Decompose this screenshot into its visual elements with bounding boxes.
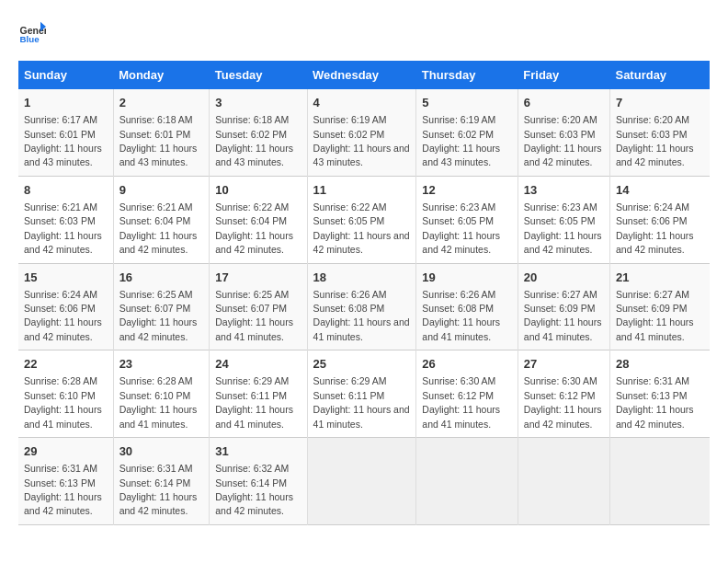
calendar-cell: 18Sunrise: 6:26 AMSunset: 6:08 PMDayligh… [307,263,416,350]
sunrise-info: Sunrise: 6:20 AM [524,114,597,125]
calendar-cell: 1Sunrise: 6:17 AMSunset: 6:01 PMDaylight… [18,89,113,176]
sunset-info: Sunset: 6:09 PM [616,303,688,314]
calendar-week-row: 29Sunrise: 6:31 AMSunset: 6:13 PMDayligh… [18,438,710,525]
sunset-info: Sunset: 6:12 PM [524,390,596,401]
daylight-info: Daylight: 11 hours and 41 minutes. [524,316,602,341]
sunset-info: Sunset: 6:05 PM [524,215,596,226]
calendar-cell: 7Sunrise: 6:20 AMSunset: 6:03 PMDaylight… [609,89,710,176]
sunrise-info: Sunrise: 6:17 AM [24,114,97,125]
day-number: 2 [119,95,204,111]
sunrise-info: Sunrise: 6:24 AM [616,201,689,213]
daylight-info: Daylight: 11 hours and 43 minutes. [422,143,500,167]
column-header-thursday: Thursday [416,61,518,89]
calendar-cell: 15Sunrise: 6:24 AMSunset: 6:06 PMDayligh… [18,263,113,350]
sunrise-info: Sunrise: 6:29 AM [313,375,387,386]
calendar-cell: 3Sunrise: 6:18 AMSunset: 6:02 PMDaylight… [210,89,307,176]
sunset-info: Sunset: 6:01 PM [24,129,96,140]
calendar-cell [307,438,416,525]
calendar-cell: 24Sunrise: 6:29 AMSunset: 6:11 PMDayligh… [210,350,307,438]
sunrise-info: Sunrise: 6:30 AM [524,375,597,386]
sunset-info: Sunset: 6:04 PM [119,215,191,226]
day-number: 26 [422,356,511,373]
daylight-info: Daylight: 11 hours and 42 minutes. [616,404,694,429]
sunrise-info: Sunrise: 6:21 AM [119,201,193,213]
calendar-cell [518,438,609,525]
calendar-cell: 23Sunrise: 6:28 AMSunset: 6:10 PMDayligh… [113,350,210,438]
daylight-info: Daylight: 11 hours and 41 minutes. [215,404,293,429]
sunrise-info: Sunrise: 6:25 AM [215,289,289,300]
sunset-info: Sunset: 6:03 PM [24,215,96,226]
sunset-info: Sunset: 6:05 PM [422,215,494,226]
calendar-cell: 25Sunrise: 6:29 AMSunset: 6:11 PMDayligh… [307,350,416,438]
column-header-tuesday: Tuesday [210,61,307,89]
day-number: 12 [422,182,511,199]
daylight-info: Daylight: 11 hours and 42 minutes. [119,230,198,255]
sunset-info: Sunset: 6:06 PM [24,303,96,314]
logo-icon: General Blue [18,18,46,46]
sunset-info: Sunset: 6:11 PM [313,390,385,401]
daylight-info: Daylight: 11 hours and 42 minutes. [313,230,410,255]
daylight-info: Daylight: 11 hours and 42 minutes. [524,404,602,429]
sunset-info: Sunset: 6:14 PM [119,477,191,488]
calendar-week-row: 22Sunrise: 6:28 AMSunset: 6:10 PMDayligh… [18,350,710,438]
sunset-info: Sunset: 6:05 PM [313,215,385,226]
sunset-info: Sunset: 6:09 PM [524,303,596,314]
sunrise-info: Sunrise: 6:31 AM [24,463,97,474]
sunrise-info: Sunrise: 6:25 AM [119,289,193,300]
sunset-info: Sunset: 6:02 PM [313,129,385,140]
day-number: 23 [119,356,204,373]
sunrise-info: Sunrise: 6:19 AM [313,114,387,125]
column-header-monday: Monday [113,61,210,89]
calendar-week-row: 8Sunrise: 6:21 AMSunset: 6:03 PMDaylight… [18,176,710,263]
sunrise-info: Sunrise: 6:26 AM [313,289,387,300]
calendar-week-row: 1Sunrise: 6:17 AMSunset: 6:01 PMDaylight… [18,89,710,176]
calendar-week-row: 15Sunrise: 6:24 AMSunset: 6:06 PMDayligh… [18,263,710,350]
sunset-info: Sunset: 6:02 PM [215,129,287,140]
sunset-info: Sunset: 6:04 PM [215,215,287,226]
daylight-info: Daylight: 11 hours and 41 minutes. [24,404,102,429]
daylight-info: Daylight: 11 hours and 42 minutes. [616,230,694,255]
sunset-info: Sunset: 6:03 PM [616,129,688,140]
calendar-cell: 10Sunrise: 6:22 AMSunset: 6:04 PMDayligh… [210,176,307,263]
sunrise-info: Sunrise: 6:26 AM [422,289,495,300]
calendar-cell: 9Sunrise: 6:21 AMSunset: 6:04 PMDaylight… [113,176,210,263]
daylight-info: Daylight: 11 hours and 41 minutes. [313,316,410,341]
day-number: 31 [215,443,301,460]
sunrise-info: Sunrise: 6:30 AM [422,375,495,386]
day-number: 9 [119,182,204,199]
day-number: 24 [215,356,301,373]
sunrise-info: Sunrise: 6:27 AM [524,289,597,300]
calendar-cell: 28Sunrise: 6:31 AMSunset: 6:13 PMDayligh… [609,350,710,438]
sunrise-info: Sunrise: 6:28 AM [119,375,193,386]
day-number: 5 [422,95,511,111]
sunset-info: Sunset: 6:10 PM [24,390,96,401]
sunset-info: Sunset: 6:13 PM [616,390,688,401]
day-number: 21 [616,270,704,286]
sunset-info: Sunset: 6:13 PM [24,477,96,488]
calendar-cell [416,438,518,525]
daylight-info: Daylight: 11 hours and 41 minutes. [215,316,293,341]
day-number: 16 [119,270,204,286]
calendar-cell: 17Sunrise: 6:25 AMSunset: 6:07 PMDayligh… [210,263,307,350]
calendar-cell: 6Sunrise: 6:20 AMSunset: 6:03 PMDaylight… [518,89,609,176]
day-number: 28 [616,356,704,373]
day-number: 22 [24,356,108,373]
day-number: 27 [524,356,604,373]
day-number: 29 [24,443,108,460]
sunrise-info: Sunrise: 6:28 AM [24,375,97,386]
calendar-cell [609,438,710,525]
calendar-cell: 21Sunrise: 6:27 AMSunset: 6:09 PMDayligh… [609,263,710,350]
calendar-cell: 14Sunrise: 6:24 AMSunset: 6:06 PMDayligh… [609,176,710,263]
sunrise-info: Sunrise: 6:22 AM [215,201,289,213]
calendar-cell: 12Sunrise: 6:23 AMSunset: 6:05 PMDayligh… [416,176,518,263]
calendar-cell: 29Sunrise: 6:31 AMSunset: 6:13 PMDayligh… [18,438,113,525]
day-number: 11 [313,182,411,199]
sunset-info: Sunset: 6:07 PM [215,303,287,314]
daylight-info: Daylight: 11 hours and 41 minutes. [422,316,500,341]
daylight-info: Daylight: 11 hours and 42 minutes. [524,143,602,167]
column-header-saturday: Saturday [609,61,710,89]
day-number: 25 [313,356,411,373]
daylight-info: Daylight: 11 hours and 43 minutes. [313,143,410,167]
sunset-info: Sunset: 6:12 PM [422,390,494,401]
day-number: 4 [313,95,411,111]
